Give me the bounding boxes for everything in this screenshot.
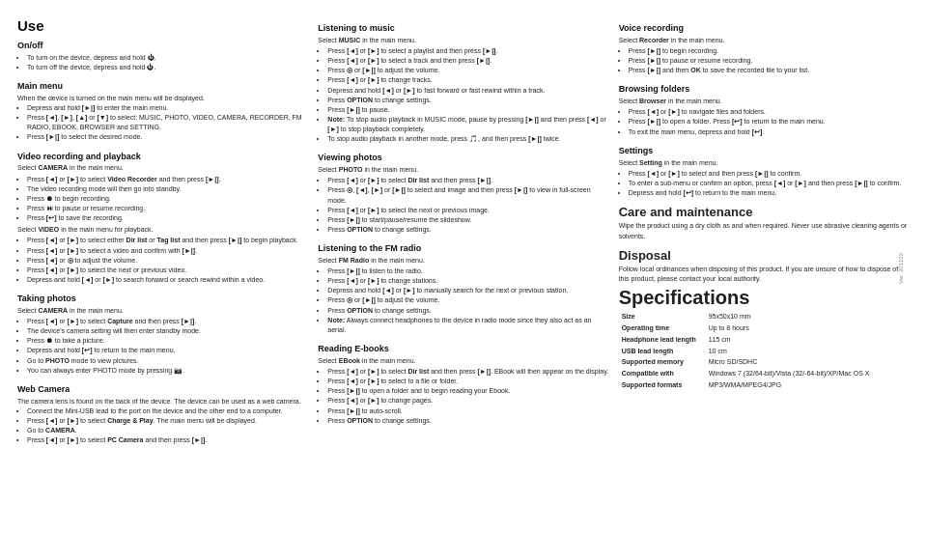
video-section: Video recording and playback Select CAME…: [17, 146, 308, 285]
list-item: Press [►|] to open a folder and to begin…: [327, 386, 608, 396]
voice-title: Voice recording: [619, 23, 910, 34]
table-row: Operating time Up to 8 hours: [619, 322, 910, 334]
list-item: Press ⏺ to begin recording.: [27, 194, 308, 204]
table-row: Size 95x50x10 mm: [619, 311, 910, 322]
list-item: Press [↩] to save the recording.: [27, 213, 308, 223]
viewing-section: Viewing photos Select PHOTO in the main …: [318, 147, 608, 235]
onoff-list: To turn on the device, depress and hold …: [17, 53, 308, 72]
list-item: Press OPTION to change settings.: [327, 306, 608, 316]
list-item: Press [◄] or [►] to select Capture and t…: [27, 317, 308, 326]
list-item: Press [◄] or [►] to navigate files and f…: [629, 107, 910, 117]
list-item: Press [◄] or [►] to select to a file or …: [327, 377, 608, 386]
list-item: Press [◄] or [►] to select Charge & Play…: [27, 416, 308, 426]
webcam-title: Web Camera: [17, 384, 308, 395]
list-item: Press [◄] or [►] to select a video and c…: [27, 246, 308, 256]
list-item: Press [►|] to listen to the radio.: [327, 266, 608, 276]
list-item: To stop audio playback in another mode, …: [327, 134, 608, 144]
list-item: Press [◄] or [►] to select PC Camera and…: [27, 435, 308, 445]
webcam-list: Connect the Mini-USB lead to the port on…: [17, 406, 308, 446]
fm-list: Press [►|] to listen to the radio. Press…: [318, 266, 608, 335]
table-row: Supported memory Micro SD/SDHC: [619, 356, 910, 368]
mainmenu-list: Depress and hold [►|] to enter the main …: [17, 103, 308, 143]
list-item: Press [◄] or [►] to change pages.: [327, 396, 608, 406]
list-item: Press [►|] to auto-scroll.: [327, 406, 608, 416]
list-item: Note: Always connect headphones to the d…: [327, 316, 608, 335]
ebook-select: Select EBook in the main menu.: [318, 356, 608, 366]
taking-list: Press [◄] or [►] to select Capture and t…: [17, 317, 308, 376]
list-item: Press ◎ or [►|] to adjust the volume.: [327, 295, 608, 305]
list-item: Press [◄] or [►] to select Dir list and …: [327, 176, 608, 185]
list-item: To turn off the device, depress and hold…: [27, 63, 308, 72]
list-item: The device's camera setting will then en…: [27, 326, 308, 336]
care-title: Care and maintenance: [619, 206, 910, 219]
fm-title: Listening to the FM radio: [318, 243, 608, 254]
main-title: Use: [17, 17, 308, 35]
list-item: Press [◄] or [►] to change tracks.: [327, 75, 608, 85]
disposal-text: Follow local ordinances when disposing o…: [619, 265, 910, 284]
list-item: Press ⏯ to pause or resume recording.: [27, 204, 308, 213]
listening-list: Press [◄] or [►] to select a playlist an…: [318, 46, 608, 144]
list-item: Press [◄] or [►] to select and then pres…: [629, 169, 910, 179]
list-item: Depress and hold [◄] or [►] to fast forw…: [327, 86, 608, 96]
list-item: Press [►|] to begin recording.: [629, 46, 910, 56]
list-item: The video recording mode will then go in…: [27, 184, 308, 194]
list-item: To turn on the device, depress and hold …: [27, 53, 308, 63]
list-item: Press OPTION to change settings.: [327, 225, 608, 235]
video-list2: Press [◄] or [►] to select either Dir li…: [17, 236, 308, 285]
list-item: Press [◄] or [►] to select Video Recorde…: [27, 175, 308, 184]
viewing-title: Viewing photos: [318, 153, 608, 163]
browsing-title: Browsing folders: [619, 84, 910, 95]
spec-value: Up to 8 hours: [706, 322, 910, 334]
list-item: Press [◄] or [►] to select the next or p…: [27, 266, 308, 275]
ebook-list: Press [◄] or [►] to select Dir list and …: [318, 367, 608, 426]
list-item: Depress and hold [◄] or [►] to manually …: [327, 286, 608, 295]
list-item: Press [◄] or [►] to change stations.: [327, 276, 608, 286]
settings-list: Press [◄] or [►] to select and then pres…: [619, 169, 910, 198]
list-item: Depress and hold [↩] to return to the ma…: [27, 346, 308, 355]
listening-select: Select MUSIC in the main menu.: [318, 36, 608, 45]
taking-select: Select CAMERA in the main menu.: [17, 306, 308, 316]
settings-title: Settings: [619, 146, 910, 156]
browsing-select: Select Browser in the main menu.: [619, 97, 910, 106]
spec-label: Supported memory: [619, 356, 706, 368]
care-section: Care and maintenance Wipe the product us…: [619, 201, 910, 241]
mainmenu-section: Main menu When the device is turned on t…: [17, 75, 308, 143]
listening-music-title: Listening to music: [318, 23, 608, 34]
browsing-section: Browsing folders Select Browser in the m…: [619, 78, 910, 136]
col-3: Voice recording Select Recorder in the m…: [619, 17, 910, 550]
spec-label: USB lead length: [619, 346, 706, 357]
ebook-title: Reading E-books: [318, 344, 608, 354]
list-item: Press ⏺ to take a picture.: [27, 336, 308, 346]
list-item: Press [►|] and then OK to save the recor…: [629, 66, 910, 75]
spec-label: Size: [619, 311, 706, 322]
list-item: Press [◄] or [►] to select the next or p…: [327, 206, 608, 215]
list-item: Press [◄] or ◎ to adjust the volume.: [27, 256, 308, 266]
list-item: Go to CAMERA.: [27, 426, 308, 435]
onoff-title: On/off: [17, 41, 308, 51]
list-item: You can always enter PHOTO mode by press…: [27, 366, 308, 376]
list-item: Press [►|] to pause or resume recording.: [629, 56, 910, 66]
spec-label: Headphone lead length: [619, 334, 706, 346]
table-row: USB lead length 10 cm: [619, 346, 910, 357]
spec-value: Micro SD/SDHC: [706, 356, 910, 368]
viewing-list: Press [◄] or [►] to select Dir list and …: [318, 176, 608, 235]
video-list: Press [◄] or [►] to select Video Recorde…: [17, 175, 308, 224]
spec-value: 115 cm: [706, 334, 910, 346]
disposal-section: Disposal Follow local ordinances when di…: [619, 244, 910, 285]
listening-music-section: Listening to music Select MUSIC in the m…: [318, 17, 608, 144]
voice-section: Voice recording Select Recorder in the m…: [619, 17, 910, 75]
taking-title: Taking photos: [17, 294, 308, 304]
list-item: Press [►|] to pause.: [327, 105, 608, 115]
specs-table: Size 95x50x10 mm Operating time Up to 8 …: [619, 311, 910, 391]
list-item: Press [►|] to select the desired mode.: [27, 132, 308, 142]
spec-label: Operating time: [619, 322, 706, 334]
settings-select: Select Setting in the main menu.: [619, 158, 910, 168]
list-item: Press OPTION to change settings.: [327, 416, 608, 426]
ebook-section: Reading E-books Select EBook in the main…: [318, 338, 608, 426]
fm-select: Select FM Radio in the main menu.: [318, 256, 608, 266]
care-text: Wipe the product using a dry cloth as an…: [619, 221, 910, 240]
specs-section: Specifications Size 95x50x10 mm Operatin…: [619, 287, 910, 391]
list-item: To exit the main menu, depress and hold …: [629, 127, 910, 137]
list-item: Go to PHOTO mode to view pictures.: [27, 356, 308, 366]
voice-list: Press [►|] to begin recording. Press [►|…: [619, 46, 910, 75]
